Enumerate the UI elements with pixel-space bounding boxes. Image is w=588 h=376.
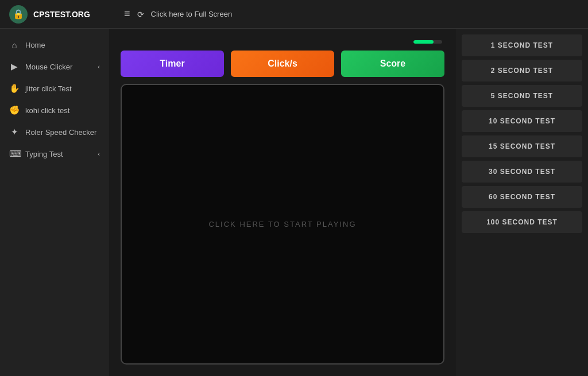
sidebar-item-roller-speed[interactable]: ✦ Roler Speed Checker xyxy=(0,121,109,143)
sidebar-label-jitter-click: jitter click Test xyxy=(25,84,72,93)
sidebar-icon-mouse-clicker: ▶ xyxy=(9,61,20,72)
main-layout: ⌂ Home ▶ Mouse Clicker ‹ ✋ jitter click … xyxy=(0,29,588,376)
sidebar-item-typing-test[interactable]: ⌨ Typing Test ‹ xyxy=(0,143,109,165)
sidebar-label-mouse-clicker: Mouse Clicker xyxy=(25,63,72,71)
sidebar-icon-typing-test: ⌨ xyxy=(9,149,20,159)
chevron-icon-typing-test: ‹ xyxy=(98,150,100,157)
test-btn-5s[interactable]: 5 SECOND TEST xyxy=(462,85,582,107)
sidebar-item-mouse-clicker[interactable]: ▶ Mouse Clicker ‹ xyxy=(0,56,109,77)
test-btn-10s[interactable]: 10 SECOND TEST xyxy=(462,110,582,132)
clicks-button[interactable]: Click/s xyxy=(231,51,334,77)
topbar: 🔒 CPSTEST.ORG ≡ ⟳ Click here to Full Scr… xyxy=(0,0,588,29)
sidebar-item-kohi-click[interactable]: ✊ kohi click test xyxy=(0,99,109,121)
sidebar-label-roller-speed: Roler Speed Checker xyxy=(25,128,96,137)
test-btn-2s[interactable]: 2 SECOND TEST xyxy=(462,60,582,82)
sidebar-icon-home: ⌂ xyxy=(9,40,20,50)
logo-icon: 🔒 xyxy=(9,5,28,24)
topbar-actions: ≡ ⟳ Click here to Full Screen xyxy=(118,8,232,20)
sidebar-item-home[interactable]: ⌂ Home xyxy=(0,34,109,56)
fullscreen-label[interactable]: Click here to Full Screen xyxy=(151,10,233,18)
test-btn-1s[interactable]: 1 SECOND TEST xyxy=(462,34,582,56)
play-area[interactable]: CLICK HERE TO START PLAYING xyxy=(121,84,444,365)
play-text: CLICK HERE TO START PLAYING xyxy=(208,220,356,228)
sidebar-icon-roller-speed: ✦ xyxy=(9,127,20,137)
logo-area: 🔒 CPSTEST.ORG xyxy=(9,5,118,24)
score-bar-row xyxy=(121,40,444,44)
sidebar-icon-kohi-click: ✊ xyxy=(9,105,20,115)
sidebar-icon-jitter-click: ✋ xyxy=(9,83,20,94)
logo-text: CPSTEST.ORG xyxy=(33,10,90,19)
test-btn-30s[interactable]: 30 SECOND TEST xyxy=(462,161,582,183)
score-bar-track xyxy=(413,40,442,44)
timer-button[interactable]: Timer xyxy=(121,51,224,77)
test-btn-60s[interactable]: 60 SECOND TEST xyxy=(462,186,582,208)
fullscreen-icon: ⟳ xyxy=(137,10,144,19)
button-row: Timer Click/s Score xyxy=(121,51,444,77)
test-btn-100s[interactable]: 100 SECOND TEST xyxy=(462,211,582,233)
sidebar-label-home: Home xyxy=(25,41,45,49)
right-panel: 1 SECOND TEST2 SECOND TEST5 SECOND TEST1… xyxy=(456,29,588,376)
sidebar: ⌂ Home ▶ Mouse Clicker ‹ ✋ jitter click … xyxy=(0,29,109,376)
sidebar-label-kohi-click: kohi click test xyxy=(25,106,69,115)
score-button[interactable]: Score xyxy=(341,51,444,77)
chevron-icon-mouse-clicker: ‹ xyxy=(98,63,100,70)
sidebar-label-typing-test: Typing Test xyxy=(25,150,63,158)
score-bar-fill xyxy=(413,40,434,44)
content-area: Timer Click/s Score CLICK HERE TO START … xyxy=(109,29,456,376)
test-btn-15s[interactable]: 15 SECOND TEST xyxy=(462,135,582,157)
hamburger-icon[interactable]: ≡ xyxy=(124,8,130,20)
sidebar-item-jitter-click[interactable]: ✋ jitter click Test xyxy=(0,77,109,99)
